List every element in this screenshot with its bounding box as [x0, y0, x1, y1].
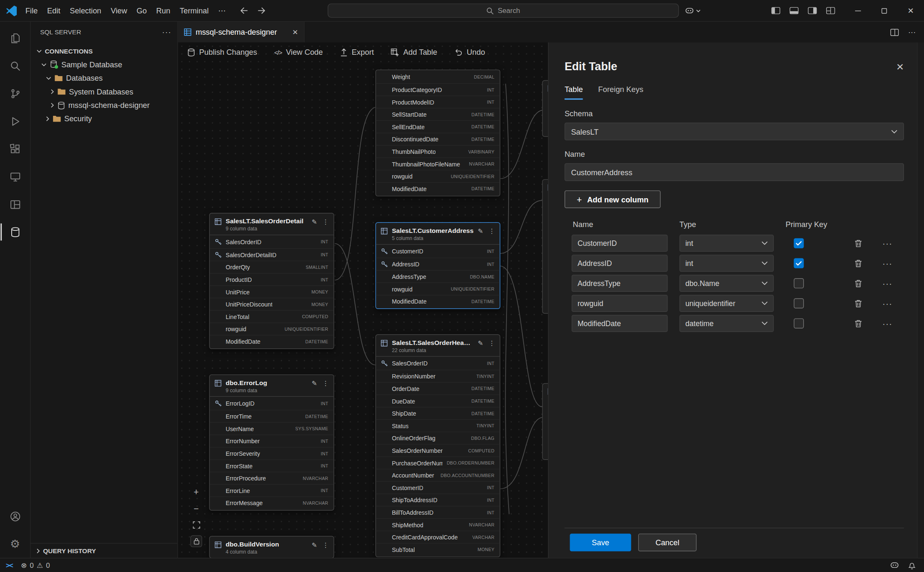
delete-column-trash-icon[interactable] [849, 259, 867, 268]
primary-key-checkbox[interactable] [794, 238, 804, 248]
close-button[interactable]: ✕ [898, 0, 924, 21]
table-name-input[interactable]: CustomerAddress [565, 163, 904, 181]
table-menu-kebab-icon[interactable]: ⋮ [489, 340, 495, 347]
tab-table[interactable]: Table [565, 85, 583, 100]
search-icon[interactable] [0, 52, 30, 79]
column-more-icon[interactable]: ··· [878, 278, 896, 288]
query-history-section[interactable]: QUERY HISTORY [31, 543, 177, 558]
column-more-icon[interactable]: ··· [878, 238, 896, 248]
edit-table-pencil-icon[interactable]: ✎ [312, 542, 317, 549]
schema-select[interactable]: SalesLT [565, 123, 904, 140]
column-type-select[interactable]: datetime [680, 315, 774, 332]
zoom-out-button[interactable]: − [190, 502, 202, 514]
toggle-primary-sidebar-icon[interactable] [771, 7, 780, 14]
menu-more[interactable]: ⋯ [214, 5, 231, 17]
primary-key-checkbox[interactable] [794, 258, 804, 268]
run-debug-icon[interactable] [0, 107, 30, 135]
zoom-in-button[interactable]: + [190, 486, 202, 498]
add-table-button[interactable]: Add Table [391, 48, 437, 56]
panel-close-icon[interactable]: ✕ [896, 61, 904, 72]
delete-column-trash-icon[interactable] [849, 279, 867, 288]
partial-table-node[interactable] [542, 179, 548, 314]
schema-designer-canvas[interactable]: Publish Changes </> View Code Export [178, 43, 548, 558]
column-more-icon[interactable]: ··· [878, 258, 896, 268]
problems-indicator[interactable]: ⊗ 0 ⚠ 0 [21, 561, 50, 569]
search-input[interactable]: Search [327, 3, 678, 18]
tree-item-security[interactable]: Security [31, 112, 177, 125]
toggle-panel-icon[interactable] [790, 7, 799, 14]
panel-layout-icon[interactable] [0, 190, 30, 218]
column-name-input[interactable]: AddressType [572, 275, 668, 292]
menu-view[interactable]: View [106, 5, 132, 17]
maximize-button[interactable] [871, 0, 897, 21]
settings-gear-icon[interactable]: ⚙ [0, 530, 30, 558]
column-more-icon[interactable]: ··· [878, 299, 896, 308]
extensions-icon[interactable] [0, 135, 30, 163]
customize-layout-icon[interactable] [826, 7, 835, 14]
edit-table-pencil-icon[interactable]: ✎ [312, 380, 317, 387]
fit-view-button[interactable] [190, 519, 202, 531]
column-more-icon[interactable]: ··· [878, 319, 896, 328]
source-control-icon[interactable] [0, 79, 30, 107]
primary-key-checkbox[interactable] [794, 278, 804, 289]
add-new-column-button[interactable]: + Add new column [565, 190, 661, 208]
menu-run[interactable]: Run [152, 5, 175, 17]
table-node[interactable]: Weight DECIMAL ProductCategoryID INT Pro… [375, 69, 500, 196]
minimize-button[interactable] [845, 0, 871, 21]
table-node[interactable]: SalesLT.SalesOrderDetail 9 column data ✎… [209, 213, 334, 349]
undo-button[interactable]: Undo [454, 48, 485, 56]
tree-item-mssql-schema-designer[interactable]: mssql-schema-designer [31, 98, 177, 112]
table-node[interactable]: SalesLT.CustomerAddress 5 column data ✎ … [375, 222, 500, 309]
table-menu-kebab-icon[interactable]: ⋮ [322, 219, 329, 225]
tree-section-connections[interactable]: CONNECTIONS [31, 44, 177, 58]
copilot-menu[interactable] [685, 7, 700, 15]
export-button[interactable]: Export [340, 48, 374, 56]
table-node[interactable]: dbo.BuildVersion 4 column data ✎ ⋮ [209, 536, 334, 558]
partial-table-node[interactable] [542, 80, 548, 137]
table-node[interactable]: SalesLT.SalesOrderHeader 22 column data … [375, 335, 500, 557]
column-type-select[interactable]: int [680, 235, 774, 252]
delete-column-trash-icon[interactable] [849, 239, 867, 248]
table-node[interactable]: dbo.ErrorLog 9 column data ✎ ⋮ ErrorLogI… [209, 374, 334, 511]
tree-item-databases[interactable]: Databases [31, 72, 177, 85]
column-type-select[interactable]: uniqueidentifier [680, 295, 774, 312]
menu-terminal[interactable]: Terminal [175, 5, 214, 17]
toggle-secondary-sidebar-icon[interactable] [808, 7, 817, 14]
edit-table-pencil-icon[interactable]: ✎ [478, 340, 483, 347]
tab-close-icon[interactable]: ✕ [292, 28, 298, 36]
tab-mssql-schema-designer[interactable]: mssql-schema-designer ✕ [178, 22, 305, 42]
sidebar-more-icon[interactable]: ··· [162, 28, 172, 36]
column-name-input[interactable]: ModifiedDate [572, 315, 668, 332]
column-name-input[interactable]: AddressID [572, 255, 668, 272]
view-code-button[interactable]: </> View Code [274, 48, 323, 56]
tab-foreign-keys[interactable]: Foreign Keys [598, 85, 643, 100]
table-menu-kebab-icon[interactable]: ⋮ [489, 228, 495, 235]
menu-file[interactable]: File [20, 5, 42, 17]
column-type-select[interactable]: int [680, 255, 774, 272]
edit-table-pencil-icon[interactable]: ✎ [312, 219, 317, 225]
editor-more-actions-icon[interactable]: ··· [908, 28, 916, 36]
lock-button[interactable] [190, 535, 202, 547]
column-name-input[interactable]: CustomerID [572, 235, 668, 252]
sql-server-icon[interactable] [0, 218, 30, 246]
tree-item-system-databases[interactable]: System Databases [31, 85, 177, 98]
primary-key-checkbox[interactable] [794, 318, 804, 328]
edit-table-pencil-icon[interactable]: ✎ [478, 228, 483, 235]
menu-selection[interactable]: Selection [65, 5, 106, 17]
account-icon[interactable] [0, 502, 30, 530]
explorer-icon[interactable] [0, 24, 30, 52]
primary-key-checkbox[interactable] [794, 299, 804, 309]
delete-column-trash-icon[interactable] [849, 319, 867, 328]
table-menu-kebab-icon[interactable]: ⋮ [322, 380, 329, 387]
remote-explorer-icon[interactable] [0, 163, 30, 190]
column-name-input[interactable]: rowguid [572, 295, 668, 312]
split-editor-icon[interactable] [891, 28, 899, 36]
vertical-scrollbar[interactable] [917, 43, 924, 558]
tree-item-sample-database[interactable]: Sample Database [31, 58, 177, 71]
copilot-status-icon[interactable] [890, 561, 899, 569]
table-menu-kebab-icon[interactable]: ⋮ [322, 542, 329, 549]
publish-changes-button[interactable]: Publish Changes [187, 48, 257, 56]
notifications-bell-icon[interactable] [908, 561, 916, 569]
save-button[interactable]: Save [570, 534, 631, 551]
menu-go[interactable]: Go [132, 5, 152, 17]
